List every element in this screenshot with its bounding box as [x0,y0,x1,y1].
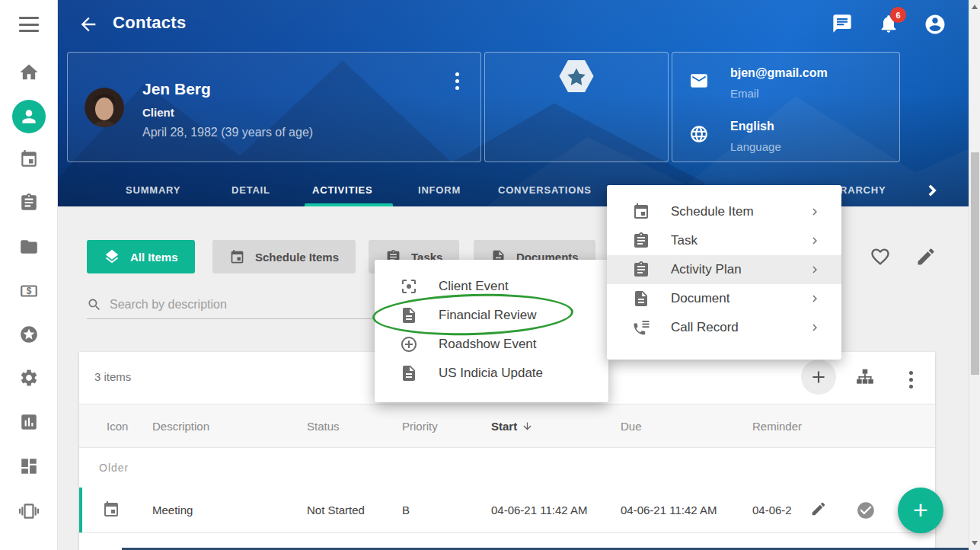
column-icon[interactable]: Icon [107,420,128,433]
tab-hierarchy-truncated[interactable]: RARCHY [840,184,886,196]
card-overflow-menu-icon[interactable] [452,69,462,93]
chevron-right-icon [808,292,822,305]
chevron-right-icon [808,263,822,277]
active-nav-circle [12,100,46,133]
profile-card: Jen Berg Client April 28, 1982 (39 years… [67,52,481,162]
dashboard-icon[interactable] [19,456,39,476]
grid-header-row: Icon Description Status Priority Start D… [79,404,935,448]
menu-item-call-record[interactable]: Call Record [607,313,841,342]
folder-icon[interactable] [19,237,39,257]
menu-item-document[interactable]: Document [607,284,841,313]
filter-schedule-items-button[interactable]: Schedule Items [212,240,356,273]
column-due[interactable]: Due [621,420,642,433]
chat-icon[interactable] [832,13,854,36]
language-row: English Language [689,120,781,153]
column-priority[interactable]: Priority [402,420,438,433]
menu-item-label: Schedule Item [671,204,754,219]
add-item-button[interactable] [801,360,836,395]
reports-icon[interactable] [19,412,39,432]
info-card: bjen@gmail.com Email English Language [672,52,900,162]
menu-item-financial-review[interactable]: Financial Review [375,301,608,330]
fab-add-button[interactable]: + [898,488,943,533]
notification-badge: 6 [890,7,906,23]
column-description[interactable]: Description [152,420,209,433]
hexagon-star-icon [558,59,595,97]
column-start-sorted[interactable]: Start [491,420,533,433]
chevron-right-icon [808,234,822,248]
account-icon[interactable] [924,13,946,36]
menu-item-roadshow-event[interactable]: Roadshow Event [375,330,608,359]
menu-item-label: Roadshow Event [439,337,537,352]
mail-icon [689,71,709,91]
home-icon[interactable] [18,62,40,83]
column-reminder[interactable]: Reminder [752,420,802,433]
row-complete-check-icon[interactable] [856,500,874,519]
contact-role: Client [142,106,174,119]
email-value: bjen@gmail.com [730,66,828,80]
billing-icon[interactable]: $ [19,281,39,301]
favorites-icon[interactable] [19,325,39,344]
tab-inform[interactable]: INFORM [418,184,461,196]
scroll-down-arrow-icon[interactable] [972,541,978,545]
column-status[interactable]: Status [307,420,340,433]
column-label: Start [491,420,517,433]
globe-icon [689,124,709,144]
notifications-bell-icon[interactable]: 6 [878,13,901,36]
menu-item-client-event[interactable]: Client Event [375,272,608,301]
email-label: Email [730,87,828,100]
menu-item-task[interactable]: Task [607,226,841,255]
group-row[interactable]: Older [79,448,935,488]
language-label: Language [730,140,781,153]
edit-pencil-icon[interactable] [915,246,937,267]
vibration-icon[interactable] [19,501,39,521]
row-edit-pencil-icon[interactable] [810,500,828,519]
hierarchy-view-icon[interactable] [855,367,875,387]
chevron-right-icon [808,321,822,334]
cell-reminder: 04-06-2 [752,504,800,516]
plus-icon: + [913,497,928,523]
items-count: 3 items [94,370,131,383]
menu-item-label: Task [671,233,697,248]
row-accent-bar [79,488,82,532]
language-value: English [730,120,781,133]
page-header: Contacts 6 Jen Berg Client April 28, [58,0,969,206]
tab-detail[interactable]: DETAIL [231,184,270,196]
settings-icon[interactable] [19,368,39,388]
filter-all-items-button[interactable]: All Items [87,240,195,273]
sort-descending-icon [522,420,533,432]
group-label: Older [99,462,129,474]
app-window: $ Contacts 6 [0,0,980,550]
calendar-icon [102,500,120,519]
menu-icon[interactable] [19,17,39,32]
scrollbar-thumb[interactable] [971,152,979,375]
tab-summary[interactable]: SUMMARY [126,184,180,196]
layers-icon [104,248,120,265]
email-row: bjen@gmail.com Email [689,66,828,100]
vertical-scrollbar[interactable] [969,0,980,550]
menu-item-activity-plan[interactable]: Activity Plan [607,255,841,284]
cell-start: 04-06-21 11:42 AM [491,504,587,516]
tasks-icon [632,261,650,279]
tabs-scroll-right-icon[interactable] [923,181,943,200]
document-icon [400,306,418,325]
focus-icon [400,277,418,296]
menu-item-schedule-item[interactable]: Schedule Item [607,197,841,226]
grid-overflow-menu-icon[interactable] [906,368,916,392]
favorite-heart-icon[interactable] [870,246,891,267]
badge-card [484,52,669,162]
contacts-icon[interactable] [12,100,46,133]
chevron-right-icon [808,205,822,219]
tab-activities[interactable]: ACTIVITIES [312,184,373,196]
scroll-up-arrow-icon[interactable] [972,5,978,9]
calendar-icon[interactable] [19,149,39,169]
filter-label: Schedule Items [255,251,339,264]
create-item-menu: Schedule Item Task Activity Plan [607,185,841,360]
calendar-icon [632,203,650,221]
tab-conversations[interactable]: CONVERSATIONS [498,184,592,196]
table-row[interactable]: Meeting Not Started B 04-06-21 11:42 AM … [79,488,935,533]
search-icon [87,297,102,312]
back-arrow-icon[interactable] [78,14,101,37]
menu-item-label: Call Record [671,320,739,335]
menu-item-us-indicia-update[interactable]: US Indicia Update [375,359,608,388]
tasks-icon[interactable] [19,193,39,213]
